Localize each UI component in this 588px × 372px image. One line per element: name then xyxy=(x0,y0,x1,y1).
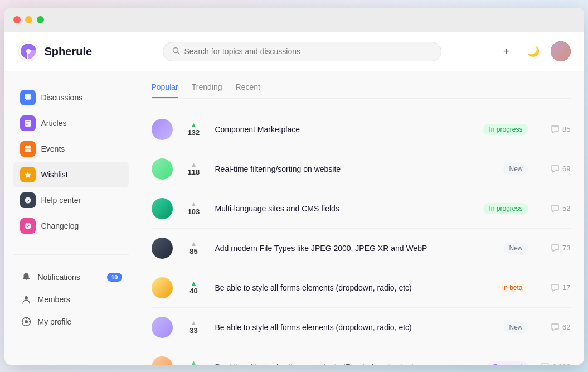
post-item[interactable]: ▲ 40 Be able to style all forms elements… xyxy=(152,268,571,308)
notifications-label: Notifications xyxy=(38,273,80,282)
status-badge: New xyxy=(503,322,528,333)
content-tabs: Popular Trending Recent xyxy=(152,83,571,99)
sidebar-item-members[interactable]: Members xyxy=(13,288,129,311)
sidebar-item-changelog[interactable]: Changelog xyxy=(13,213,129,239)
post-title: Be able to style all forms elements (dro… xyxy=(215,323,495,332)
vote-area: ▲ 40 xyxy=(182,280,206,295)
close-button[interactable] xyxy=(13,16,21,23)
user-avatar xyxy=(551,41,571,61)
dark-mode-button[interactable]: 🌙 xyxy=(524,42,543,61)
svg-point-19 xyxy=(26,325,27,326)
comment-icon xyxy=(551,125,560,134)
tab-trending[interactable]: Trending xyxy=(192,83,222,98)
post-title: Multi-language sites and CMS fields xyxy=(215,204,475,213)
vote-arrow-up: ▲ xyxy=(191,359,197,365)
post-item[interactable]: ▲ 33 Be able to style all forms elements… xyxy=(152,308,571,347)
search-bar[interactable] xyxy=(163,42,441,61)
post-avatar xyxy=(152,277,173,298)
sidebar-nav-section: Discussions Articles xyxy=(13,85,129,239)
status-badge: New xyxy=(503,243,528,254)
help-center-label: Help center xyxy=(41,196,81,205)
comment-area: 52 xyxy=(537,204,571,213)
post-avatar xyxy=(152,158,173,180)
help-center-icon: ? xyxy=(20,192,36,208)
vote-arrow: ▲ xyxy=(191,320,197,326)
window-inner: Spherule + 🌙 xyxy=(4,32,584,365)
add-button[interactable]: + xyxy=(497,42,516,61)
svg-rect-4 xyxy=(25,94,31,99)
post-item[interactable]: ▲ 132 Component Marketplace In progress … xyxy=(152,110,571,149)
comment-count: 85 xyxy=(562,125,570,133)
sidebar-utility-section: Notifications 10 Members xyxy=(13,266,129,333)
vote-area: ▲ 29 xyxy=(182,359,206,365)
post-title: Component Marketplace xyxy=(215,125,475,134)
notifications-icon xyxy=(20,271,32,283)
main-layout: Discussions Articles xyxy=(4,71,584,365)
maximize-button[interactable] xyxy=(37,16,44,23)
sidebar-item-my-profile[interactable]: My profile xyxy=(13,311,129,333)
sidebar: Discussions Articles xyxy=(4,71,138,365)
articles-label: Articles xyxy=(41,119,67,128)
comment-icon xyxy=(551,244,560,253)
tab-popular[interactable]: Popular xyxy=(152,83,178,98)
sidebar-item-discussions[interactable]: Discussions xyxy=(13,85,129,110)
comment-count: 69 xyxy=(562,165,570,173)
comment-area: 69 xyxy=(537,165,571,173)
changelog-icon xyxy=(20,218,36,234)
svg-point-17 xyxy=(25,320,28,323)
articles-icon xyxy=(20,115,36,131)
status-badge: In beta xyxy=(497,282,528,293)
comment-icon xyxy=(541,363,550,365)
vote-arrow-up: ▲ xyxy=(191,280,197,287)
svg-line-3 xyxy=(177,52,179,54)
status-badge: In progress xyxy=(483,203,528,214)
logo-area: Spherule xyxy=(18,41,152,62)
vote-area: ▲ 33 xyxy=(182,320,206,335)
minimize-button[interactable] xyxy=(25,16,32,23)
titlebar xyxy=(4,8,584,32)
svg-point-21 xyxy=(29,321,30,322)
wishlist-label: Wishlist xyxy=(41,170,68,179)
post-item[interactable]: ▲ 29 Real-time filtering/sorting on webs… xyxy=(152,347,571,365)
vote-area: ▲ 118 xyxy=(182,161,206,176)
sidebar-item-notifications[interactable]: Notifications 10 xyxy=(13,266,129,288)
sidebar-item-help-center[interactable]: ? Help center xyxy=(13,187,129,213)
comment-area: 73 xyxy=(537,244,571,253)
changelog-label: Changelog xyxy=(41,221,79,230)
user-avatar-button[interactable] xyxy=(551,41,571,61)
sidebar-item-wishlist[interactable]: Wishlist xyxy=(13,162,129,187)
vote-area: ▲ 103 xyxy=(182,201,206,216)
plus-icon: + xyxy=(503,45,510,58)
status-badge: In progress xyxy=(483,124,528,135)
svg-point-18 xyxy=(26,318,27,319)
search-input[interactable] xyxy=(184,47,432,56)
comment-icon xyxy=(551,323,560,332)
sidebar-item-events[interactable]: Events xyxy=(13,136,129,162)
vote-arrow-up: ▲ xyxy=(191,122,197,128)
vote-count: 103 xyxy=(188,207,200,216)
comment-area: 17 xyxy=(537,283,571,292)
members-label: Members xyxy=(38,295,70,304)
comment-area: 6,902 xyxy=(537,363,571,365)
svg-rect-9 xyxy=(25,146,31,152)
post-item[interactable]: ▲ 85 Add modern File Types like JPEG 200… xyxy=(152,229,571,268)
post-title: Be able to style all forms elements (dro… xyxy=(215,283,488,292)
post-item[interactable]: ▲ 103 Multi-language sites and CMS field… xyxy=(152,189,571,229)
comment-count: 62 xyxy=(562,323,570,331)
my-profile-label: My profile xyxy=(38,317,72,326)
vote-count: 132 xyxy=(188,128,200,137)
notifications-badge: 10 xyxy=(107,273,122,282)
content-area: Popular Trending Recent ▲ 132 Component … xyxy=(138,71,584,365)
moon-icon: 🌙 xyxy=(527,45,540,57)
sidebar-item-articles[interactable]: Articles xyxy=(13,110,129,136)
comment-area: 62 xyxy=(537,323,571,332)
app-title: Spherule xyxy=(45,45,93,58)
tab-recent[interactable]: Recent xyxy=(236,83,260,98)
vote-area: ▲ 132 xyxy=(182,122,206,137)
vote-count: 33 xyxy=(189,326,197,335)
post-item[interactable]: ▲ 118 Real-time filtering/sorting on web… xyxy=(152,149,571,189)
app-logo-icon xyxy=(18,41,39,62)
comment-count: 52 xyxy=(562,204,570,212)
vote-count: 118 xyxy=(188,168,200,176)
post-avatar xyxy=(152,198,173,219)
